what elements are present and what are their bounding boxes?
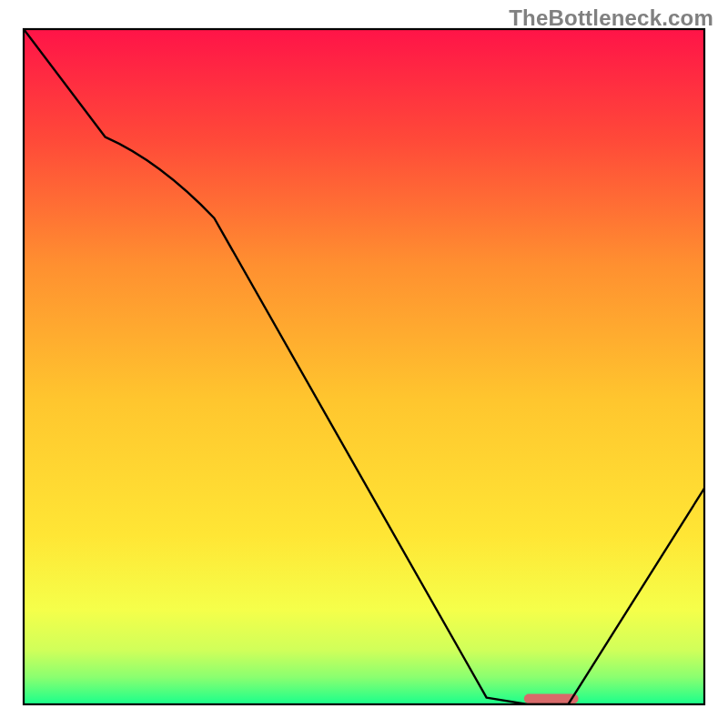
watermark-text: TheBottleneck.com [509,5,713,31]
bottleneck-chart [0,0,728,728]
gradient-background [24,29,704,704]
chart-container: TheBottleneck.com [0,0,728,728]
